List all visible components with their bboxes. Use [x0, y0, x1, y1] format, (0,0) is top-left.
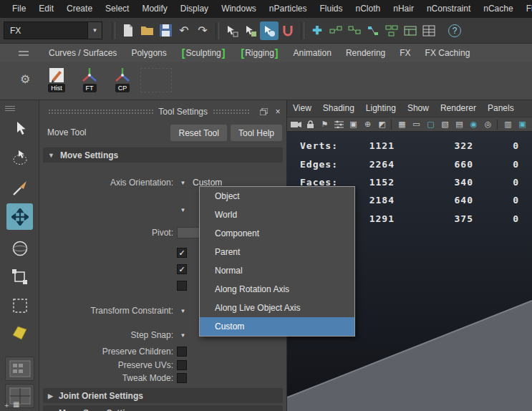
lock-camera-icon[interactable] — [304, 119, 317, 130]
drag-texture[interactable] — [48, 109, 153, 115]
shelf-tab-animation[interactable]: Animation — [286, 44, 339, 62]
select-component-icon[interactable] — [260, 21, 279, 40]
gate-mask-icon[interactable]: ▧ — [438, 119, 452, 130]
make-live-icon[interactable]: ✚ — [308, 21, 327, 40]
help-icon[interactable]: ? — [445, 21, 464, 40]
node-editor-icon[interactable] — [364, 21, 382, 40]
menu-item-custom[interactable]: Custom — [200, 317, 354, 336]
float-panel-icon[interactable] — [258, 107, 269, 117]
joint-orient-section-header[interactable]: ▶ Joint Orient Settings — [43, 388, 283, 403]
drag-handle-icon[interactable] — [5, 106, 15, 112]
output-connections-icon[interactable] — [345, 21, 364, 40]
menu-item-normal[interactable]: Normal — [200, 261, 354, 280]
lasso-tool-icon[interactable] — [6, 145, 33, 171]
tool-help-button[interactable]: Tool Help — [231, 125, 282, 141]
chevron-down-icon[interactable]: ▼ — [178, 306, 188, 316]
scale-tool-icon[interactable] — [6, 263, 33, 290]
select-tool-icon[interactable] — [6, 115, 33, 141]
toolbar-separator[interactable] — [112, 22, 115, 39]
menu-windows[interactable]: Windows — [215, 0, 263, 18]
paint-select-tool-icon[interactable] — [6, 175, 33, 201]
undo-icon[interactable]: ↶ — [175, 21, 193, 40]
move-tool-icon[interactable] — [6, 203, 33, 230]
grid-layout-icon[interactable]: ▦ — [13, 400, 19, 410]
chevron-down-icon[interactable]: ▼ — [178, 206, 188, 215]
hud-toggle-icon[interactable]: ▥ — [501, 119, 515, 130]
toolbar-separator[interactable] — [301, 22, 304, 39]
image-plane-icon[interactable]: ▣ — [347, 119, 360, 130]
close-icon[interactable]: × — [272, 107, 284, 117]
chevron-down-icon[interactable]: ▼ — [178, 331, 188, 340]
preserve-children-checkbox[interactable] — [177, 347, 187, 357]
menu-nhair[interactable]: nHair — [387, 0, 420, 18]
menu-item-world[interactable]: World — [200, 206, 354, 224]
select-camera-icon[interactable] — [289, 119, 303, 130]
menu-item-parent[interactable]: Parent — [200, 243, 354, 261]
snap-mode-icon[interactable] — [279, 21, 297, 40]
menu-nparticles[interactable]: nParticles — [263, 0, 314, 18]
shelf-tab-rendering[interactable]: Rendering — [339, 44, 392, 62]
menu-item-along-rotation-axis[interactable]: Along Rotation Axis — [200, 280, 354, 299]
safe-action-icon[interactable]: ◉ — [467, 119, 480, 130]
shelf-tab-rigging[interactable]: [Rigging] — [233, 44, 286, 62]
shelf-item-hist[interactable]: Hist — [44, 64, 69, 92]
shelf-tab-curves-surfaces[interactable]: Curves / Surfaces — [42, 44, 124, 62]
menu-set-selector[interactable]: FX ▼ — [4, 21, 102, 39]
viewport-menu-show[interactable]: Show — [402, 100, 435, 117]
film-gate-icon[interactable]: ▭ — [410, 119, 423, 130]
select-hierarchy-icon[interactable] — [223, 21, 241, 40]
shelf-tab-polygons[interactable]: Polygons — [124, 44, 173, 62]
chevron-down-icon[interactable]: ▼ — [87, 22, 102, 39]
new-scene-icon[interactable] — [119, 21, 137, 40]
spreadsheet-icon[interactable] — [420, 21, 438, 40]
pivot-checkbox-2[interactable]: ✓ — [177, 264, 187, 274]
open-scene-icon[interactable] — [137, 21, 156, 40]
menu-nconstraint[interactable]: nConstraint — [420, 0, 477, 18]
xray-icon[interactable]: ▣ — [516, 119, 529, 130]
menu-modify[interactable]: Modify — [135, 0, 173, 18]
menu-ncache[interactable]: nCache — [477, 0, 519, 18]
shelf-tab-fx[interactable]: FX — [392, 44, 417, 62]
gear-icon[interactable]: ⚙ — [20, 72, 30, 86]
menu-item-along-live-object-axis[interactable]: Along Live Object Axis — [200, 299, 354, 317]
field-chart-icon[interactable]: ▤ — [453, 119, 466, 130]
menu-fields[interactable]: Fields — [520, 0, 532, 18]
drag-texture[interactable] — [213, 109, 250, 115]
shelf-item-cp[interactable]: CP — [110, 64, 135, 92]
two-d-pan-zoom-icon[interactable]: ⊕ — [361, 119, 374, 130]
menu-create[interactable]: Create — [60, 0, 99, 18]
bookmark-icon[interactable]: ⚑ — [318, 119, 332, 130]
rotate-tool-icon[interactable] — [6, 235, 33, 261]
layout-single-pane-icon[interactable] — [5, 357, 34, 381]
marquee-tool-icon[interactable] — [6, 292, 33, 319]
shelf-tab-sculpting[interactable]: [Sculpting] — [174, 44, 233, 62]
viewport-menu-shading[interactable]: Shading — [317, 100, 360, 117]
menu-item-object[interactable]: Object — [200, 187, 354, 206]
redo-icon[interactable]: ↷ — [193, 21, 212, 40]
menu-fluids[interactable]: Fluids — [314, 0, 349, 18]
shelf-tab-fx-caching[interactable]: FX Caching — [418, 44, 478, 62]
last-tool-icon[interactable] — [6, 319, 33, 346]
safe-title-icon[interactable]: ◎ — [481, 119, 495, 130]
preserve-uvs-checkbox[interactable] — [177, 360, 187, 370]
save-scene-icon[interactable] — [156, 21, 175, 40]
add-layout-icon[interactable]: ＋ — [3, 400, 10, 410]
reset-tool-button[interactable]: Reset Tool — [170, 125, 226, 141]
select-object-icon[interactable] — [241, 21, 260, 40]
menu-file[interactable]: File — [6, 0, 32, 18]
shelf-item-ft[interactable]: FT — [77, 64, 102, 92]
viewport-menu-view[interactable]: View — [287, 100, 317, 117]
input-connections-icon[interactable] — [327, 21, 345, 40]
move-settings-section-header[interactable]: ▼ Move Settings — [43, 148, 283, 163]
tweak-mode-checkbox[interactable] — [177, 373, 187, 383]
menu-ncloth[interactable]: nCloth — [349, 0, 387, 18]
menu-item-component[interactable]: Component — [200, 224, 354, 243]
viewport-menu-lighting[interactable]: Lighting — [360, 100, 402, 117]
shelf-menu-icon[interactable] — [19, 51, 29, 56]
menu-display[interactable]: Display — [174, 0, 215, 18]
menu-edit[interactable]: Edit — [32, 0, 60, 18]
pivot-checkbox-3[interactable] — [177, 281, 187, 291]
toolbar-separator[interactable] — [216, 22, 219, 39]
resolution-gate-icon[interactable]: ▢ — [424, 119, 437, 130]
grid-icon[interactable]: ▦ — [395, 119, 409, 130]
